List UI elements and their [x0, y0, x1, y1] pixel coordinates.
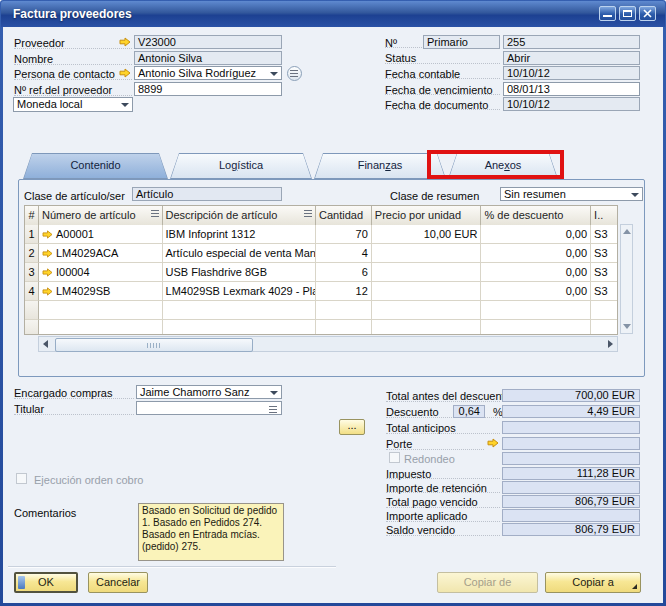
col-discount[interactable]: % de descuento [481, 206, 591, 225]
proveedor-field[interactable]: V23000 [134, 35, 282, 49]
comentarios-textarea[interactable]: Basado en Solicitud de pedido 1. Basado … [138, 503, 284, 561]
total-pago-field[interactable]: 806,79 EUR [502, 495, 640, 508]
col-unit-price[interactable]: Precio por unidad [372, 206, 482, 225]
titular-field[interactable] [136, 401, 282, 415]
close-button[interactable] [639, 6, 656, 21]
ref-field[interactable]: 8899 [134, 82, 282, 96]
clase-articulo-field[interactable]: Artículo [132, 187, 282, 201]
encargado-dropdown[interactable]: Jaime Chamorro Sanz [136, 385, 282, 399]
menu-corner-icon [632, 584, 637, 589]
contact-list-button[interactable] [287, 66, 302, 81]
link-arrow-icon[interactable] [42, 268, 53, 277]
link-arrow-icon[interactable] [42, 249, 53, 258]
link-arrow-icon[interactable] [42, 230, 53, 239]
list-icon[interactable] [269, 409, 277, 410]
focus-accent [18, 576, 25, 589]
importe-aplicado-label: Importe aplicado [386, 510, 467, 522]
table-row-empty[interactable] [25, 301, 617, 320]
fecha-vencimiento-field[interactable]: 08/01/13 [503, 82, 640, 96]
encargado-value: Jaime Chamorro Sanz [140, 386, 249, 398]
col-indicator[interactable]: I.. [591, 206, 617, 225]
column-menu-icon[interactable] [304, 213, 312, 214]
redondeo-label: Redondeo [404, 453, 455, 465]
anticipos-browse-button[interactable]: ... [339, 419, 365, 435]
col-item-number[interactable]: Número de artículo [39, 206, 163, 225]
scroll-right-icon[interactable] [608, 340, 613, 348]
link-arrow-icon[interactable] [487, 438, 499, 448]
proveedor-label: Proveedor [14, 37, 65, 49]
tab-contenido[interactable]: Contenido [23, 153, 168, 179]
total-anticipos-field[interactable] [502, 421, 640, 434]
chevron-down-icon [270, 72, 278, 76]
scroll-left-icon[interactable] [43, 340, 48, 348]
ref-label: Nº ref.del proveedor [14, 84, 112, 96]
fecha-documento-label: Fecha de documento [385, 99, 488, 111]
table-row[interactable]: 3 I00004 USB Flashdrive 8GB 6 0,00 S3 [25, 263, 617, 282]
copy-from-button: Copiar de [437, 572, 538, 593]
table-row[interactable]: 2 LM4029ACA Artículo especial de venta M… [25, 244, 617, 263]
saldo-vencido-field[interactable]: 806,79 EUR [502, 523, 640, 536]
redondeo-checkbox[interactable] [389, 452, 400, 463]
moneda-dropdown[interactable]: Moneda local [13, 97, 133, 112]
tab-logistica[interactable]: Logística [170, 153, 312, 179]
col-item-description[interactable]: Descripción de artículo [163, 206, 316, 225]
clase-resumen-dropdown[interactable]: Sin resumen [500, 187, 643, 201]
scroll-down-icon[interactable] [623, 324, 631, 329]
fecha-documento-field[interactable]: 10/10/12 [503, 97, 640, 111]
app-window: Factura proveedores Proveedor V23000 Nom… [0, 0, 666, 606]
copy-to-button[interactable]: Copiar a [545, 572, 641, 593]
descuento-pct-field[interactable]: 0,64 [453, 405, 485, 418]
descuento-field[interactable]: 4,49 EUR [502, 405, 640, 418]
comentarios-label: Comentarios [14, 507, 76, 519]
total-pago-label: Total pago vencido [386, 496, 478, 508]
redondeo-field[interactable] [502, 452, 640, 465]
impuesto-field[interactable]: 111,28 EUR [502, 467, 640, 480]
orden-cobro-label: Ejecución orden cobro [34, 474, 143, 486]
close-icon [643, 9, 652, 18]
scrollbar-thumb[interactable] [55, 338, 253, 352]
table-row[interactable]: 4 LM4029SB LM4029SB Lexmark 4029 - Placa… [25, 282, 617, 301]
numero-label: Nº [385, 37, 397, 49]
total-anticipos-label: Total anticipos [386, 422, 456, 434]
retencion-field[interactable] [502, 481, 640, 494]
saldo-vencido-label: Saldo vencido [386, 524, 455, 536]
chevron-down-icon [121, 103, 129, 107]
cancel-button[interactable]: Cancelar [88, 572, 148, 593]
vertical-scrollbar[interactable] [620, 224, 633, 334]
scroll-up-icon[interactable] [623, 229, 631, 234]
link-arrow-icon[interactable] [119, 37, 131, 47]
numero-field[interactable]: 255 [503, 35, 640, 49]
contacto-dropdown[interactable]: Antonio Silva Rodríguez [134, 66, 282, 80]
annotation-highlight [427, 150, 564, 179]
col-quantity[interactable]: Cantidad [316, 206, 372, 225]
orden-cobro-checkbox[interactable] [16, 473, 27, 484]
total-before-discount-field[interactable]: 700,00 EUR [502, 389, 640, 402]
maximize-button[interactable] [619, 6, 636, 21]
importe-aplicado-field[interactable] [502, 509, 640, 522]
minimize-button[interactable] [599, 6, 616, 21]
col-row-number[interactable]: # [25, 206, 39, 225]
titular-label: Titular [14, 403, 44, 415]
table-row-empty[interactable] [25, 320, 617, 334]
numero-series-field[interactable]: Primario [423, 35, 500, 49]
clase-resumen-value: Sin resumen [504, 188, 566, 200]
porte-field[interactable] [502, 437, 640, 450]
column-menu-icon[interactable] [151, 213, 159, 214]
nombre-field[interactable]: Antonio Silva [134, 51, 282, 65]
status-field[interactable]: Abrir [503, 51, 640, 65]
link-arrow-icon[interactable] [42, 287, 53, 296]
chevron-down-icon [631, 193, 639, 197]
table-row[interactable]: 1 A00001 IBM Infoprint 1312 70 10,00 EUR… [25, 225, 617, 244]
minimize-icon [603, 15, 612, 17]
impuesto-label: Impuesto [386, 468, 431, 480]
title-bar[interactable]: Factura proveedores [1, 1, 665, 27]
divider [8, 566, 336, 568]
moneda-value: Moneda local [17, 98, 82, 110]
horizontal-scrollbar[interactable] [38, 336, 618, 352]
grip-dots-icon [147, 343, 161, 348]
fecha-vencimiento-label: Fecha de vencimiento [385, 84, 493, 96]
fecha-contable-field[interactable]: 10/10/12 [503, 66, 640, 80]
ok-button[interactable]: OK [14, 572, 78, 593]
link-arrow-icon[interactable] [119, 68, 131, 78]
retencion-label: Importe de retención [386, 482, 487, 494]
